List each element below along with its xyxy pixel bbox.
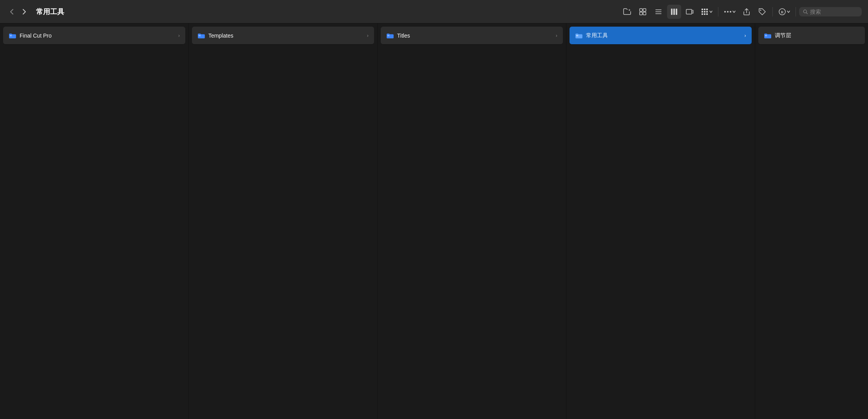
folder-header-final-cut-pro[interactable]: Final Cut Pro ›: [3, 27, 185, 45]
folder-name-adjustment-layer: 调节层: [775, 32, 860, 39]
svg-rect-20: [702, 13, 703, 15]
column-content-final-cut-pro: [0, 45, 188, 419]
chevron-icon-titles: ›: [556, 33, 557, 38]
back-button[interactable]: [6, 6, 17, 17]
svg-text:R: R: [781, 10, 784, 14]
chevron-down-icon: [709, 11, 712, 13]
toolbar: 常用工具 +: [0, 0, 868, 23]
separator-2: [772, 7, 773, 16]
folder-name-common-tools: 常用工具: [586, 32, 741, 39]
svg-rect-33: [387, 35, 389, 36]
chevron-icon-common-tools: ›: [745, 33, 746, 38]
folder-icon-titles: [386, 33, 394, 39]
column-adjustment-layer: 调节层: [755, 23, 868, 419]
svg-rect-35: [765, 35, 767, 36]
svg-rect-11: [676, 9, 677, 15]
main-content: Final Cut Pro › Templates ›: [0, 23, 868, 419]
svg-rect-13: [692, 10, 693, 13]
svg-rect-18: [704, 11, 705, 13]
column-content-templates: [189, 45, 377, 419]
svg-rect-14: [702, 9, 703, 10]
folder-icon-final-cut-pro: [9, 33, 16, 39]
forward-button[interactable]: [19, 6, 30, 17]
svg-rect-12: [686, 9, 692, 14]
apps-dropdown-button[interactable]: [698, 5, 715, 19]
svg-rect-19: [706, 11, 708, 13]
folder-header-templates[interactable]: Templates ›: [192, 27, 374, 45]
svg-rect-17: [702, 11, 703, 13]
svg-text:+: +: [628, 8, 630, 12]
folder-icon-adjustment-layer: [764, 33, 772, 39]
chevron-down-icon-2: [732, 11, 736, 13]
separator-1: [718, 7, 718, 16]
svg-rect-4: [640, 12, 642, 15]
column-view-button[interactable]: [667, 5, 681, 19]
tag-button[interactable]: [755, 5, 769, 19]
search-box[interactable]: [799, 7, 862, 16]
folder-header-common-tools[interactable]: 常用工具 ›: [570, 27, 752, 45]
chevron-down-icon-3: [787, 11, 790, 13]
toolbar-view-icons: +: [620, 5, 862, 19]
list-view-button[interactable]: [651, 5, 665, 19]
more-options-button[interactable]: [722, 5, 738, 19]
folder-icon-common-tools: [575, 33, 583, 39]
new-folder-button[interactable]: +: [620, 5, 634, 19]
column-titles: Titles ›: [378, 23, 566, 419]
column-common-tools: 常用工具 ›: [566, 23, 755, 419]
svg-rect-9: [671, 9, 673, 15]
svg-point-25: [730, 11, 731, 13]
column-templates: Templates ›: [189, 23, 378, 419]
column-content-common-tools: [566, 45, 755, 419]
folder-name-templates: Templates: [208, 33, 364, 39]
svg-point-23: [724, 11, 726, 13]
svg-rect-3: [643, 9, 646, 11]
svg-rect-16: [706, 9, 708, 10]
column-final-cut-pro: Final Cut Pro ›: [0, 23, 189, 419]
svg-rect-15: [704, 9, 705, 10]
grid-large-button[interactable]: [636, 5, 650, 19]
gallery-view-button[interactable]: [683, 5, 697, 19]
page-title: 常用工具: [36, 7, 64, 16]
search-icon: [803, 9, 808, 14]
column-content-titles: [378, 45, 566, 419]
folder-icon-templates: [197, 33, 205, 39]
svg-rect-22: [706, 13, 708, 15]
svg-rect-2: [640, 9, 642, 11]
separator-3: [796, 7, 796, 16]
nav-buttons: [6, 6, 30, 17]
svg-rect-31: [10, 35, 12, 36]
svg-rect-10: [673, 9, 675, 15]
chevron-icon-final-cut-pro: ›: [178, 33, 180, 38]
chevron-icon-templates: ›: [367, 33, 369, 38]
share-button[interactable]: [740, 5, 754, 19]
svg-rect-21: [704, 13, 705, 15]
column-content-adjustment-layer: [755, 45, 868, 419]
folder-name-titles: Titles: [397, 33, 553, 39]
svg-point-26: [760, 9, 761, 11]
svg-rect-34: [576, 35, 578, 36]
svg-rect-32: [199, 35, 201, 36]
folder-name-final-cut-pro: Final Cut Pro: [20, 33, 175, 39]
folder-header-adjustment-layer[interactable]: 调节层: [758, 27, 865, 45]
search-input[interactable]: [810, 9, 858, 15]
folder-header-titles[interactable]: Titles ›: [381, 27, 563, 45]
svg-point-24: [727, 11, 729, 13]
svg-rect-5: [643, 12, 646, 15]
registry-button[interactable]: R: [776, 5, 792, 19]
svg-line-30: [806, 13, 807, 14]
